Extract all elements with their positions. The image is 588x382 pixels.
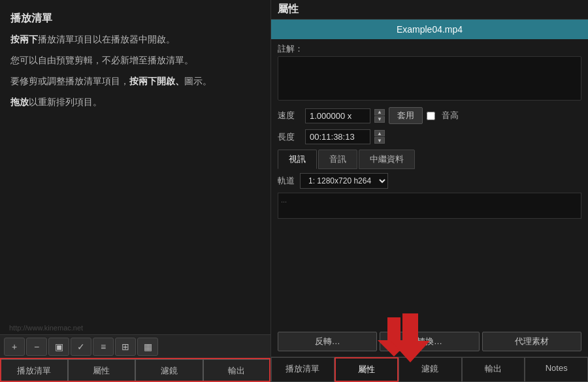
apply-button[interactable]: 套用 [389, 107, 423, 124]
mute-checkbox[interactable] [427, 112, 435, 120]
speed-input[interactable] [305, 108, 370, 123]
speed-label: 速度 [278, 110, 301, 121]
duration-input[interactable] [305, 129, 370, 144]
tab-properties-left[interactable]: 屬性 [68, 359, 136, 382]
notes-label: 註解： [271, 39, 588, 56]
duration-down-btn[interactable]: ▼ [374, 137, 385, 144]
instruction-3: 要修剪或調整播放清單項目，按兩下開啟、圖示。 [10, 74, 260, 89]
proxy-button[interactable]: 代理素材 [482, 332, 581, 351]
left-tabs: 播放清單 屬性 濾鏡 輸出 [0, 358, 270, 382]
grid-button[interactable]: ⊞ [115, 338, 136, 356]
tab-playlist-left[interactable]: 播放清單 [0, 359, 68, 382]
tab-output-left[interactable]: 輸出 [203, 359, 271, 382]
left-bottom-tabs-wrapper: 播放清單 屬性 濾鏡 輸出 [0, 358, 270, 382]
watermark: http://www.kinemac.net [0, 321, 270, 334]
duration-up-btn[interactable]: ▲ [374, 130, 385, 136]
playlist-content: 播放清單 按兩下播放清單項目以在播放器中開啟。 您可以自由預覽剪輯，不必新增至播… [0, 0, 270, 321]
speed-up-btn[interactable]: ▲ [374, 109, 385, 116]
track-select[interactable]: 1: 1280x720 h264 [300, 173, 388, 189]
tab-properties-right[interactable]: 屬性 [335, 357, 399, 382]
right-tabs: 播放清單 屬性 濾鏡 輸出 Notes [271, 357, 588, 382]
inner-tabs: 視訊 音訊 中繼資料 [278, 150, 581, 169]
add-button[interactable]: + [4, 338, 25, 356]
playlist-title: 播放清單 [10, 9, 260, 27]
instruction-4: 拖放以重新排列項目。 [10, 95, 260, 110]
tab-notes-right[interactable]: Notes [525, 357, 588, 382]
video-info-area: ... [278, 193, 581, 219]
speed-row: 速度 ▲ ▼ 套用 音高 [271, 104, 588, 127]
tab-filters-left[interactable]: 濾鏡 [135, 359, 203, 382]
properties-header: 屬性 [271, 0, 588, 20]
right-action-toolbar: 反轉… 轉換… 代理素材 [271, 326, 588, 357]
check-button[interactable]: ✓ [71, 338, 91, 356]
copy-button[interactable]: ▣ [48, 338, 69, 356]
instruction-1: 按兩下播放清單項目以在播放器中開啟。 [10, 32, 260, 48]
file-title-bar: Example04.mp4 [271, 20, 588, 39]
tab-output-right[interactable]: 輸出 [462, 357, 525, 382]
video-info-text: ... [278, 193, 581, 206]
speed-down-btn[interactable]: ▼ [374, 116, 385, 123]
reverse-button[interactable]: 反轉… [278, 332, 377, 351]
remove-button[interactable]: − [26, 338, 47, 356]
left-panel: 播放清單 按兩下播放清單項目以在播放器中開啟。 您可以自由預覽剪輯，不必新增至播… [0, 0, 271, 382]
instruction-2: 您可以自由預覽剪輯，不必新增至播放清單。 [10, 53, 260, 69]
tab-filters-right[interactable]: 濾鏡 [399, 357, 462, 382]
speed-spinners: ▲ ▼ [374, 109, 385, 123]
right-panel: 屬性 Example04.mp4 註解： 速度 ▲ ▼ 套用 音高 長度 ▲ ▼… [271, 0, 588, 382]
panel-button[interactable]: ▦ [137, 338, 158, 356]
right-bottom-tabs-wrapper: 播放清單 屬性 濾鏡 輸出 Notes [271, 357, 588, 382]
track-label: 軌道 [278, 175, 295, 187]
tab-playlist-right[interactable]: 播放清單 [271, 357, 335, 382]
mute-label: 音高 [442, 110, 459, 121]
notes-area[interactable] [278, 56, 581, 101]
tab-video[interactable]: 視訊 [278, 150, 317, 169]
left-toolbar: + − ▣ ✓ ≡ ⊞ ▦ [0, 334, 270, 358]
duration-row: 長度 ▲ ▼ [271, 127, 588, 147]
tab-audio[interactable]: 音訊 [318, 150, 357, 169]
tab-metadata[interactable]: 中繼資料 [359, 150, 415, 169]
track-row: 軌道 1: 1280x720 h264 [271, 169, 588, 193]
convert-button[interactable]: 轉換… [380, 332, 479, 351]
list-button[interactable]: ≡ [93, 338, 114, 356]
duration-spinners: ▲ ▼ [374, 130, 385, 144]
duration-label: 長度 [278, 131, 301, 143]
